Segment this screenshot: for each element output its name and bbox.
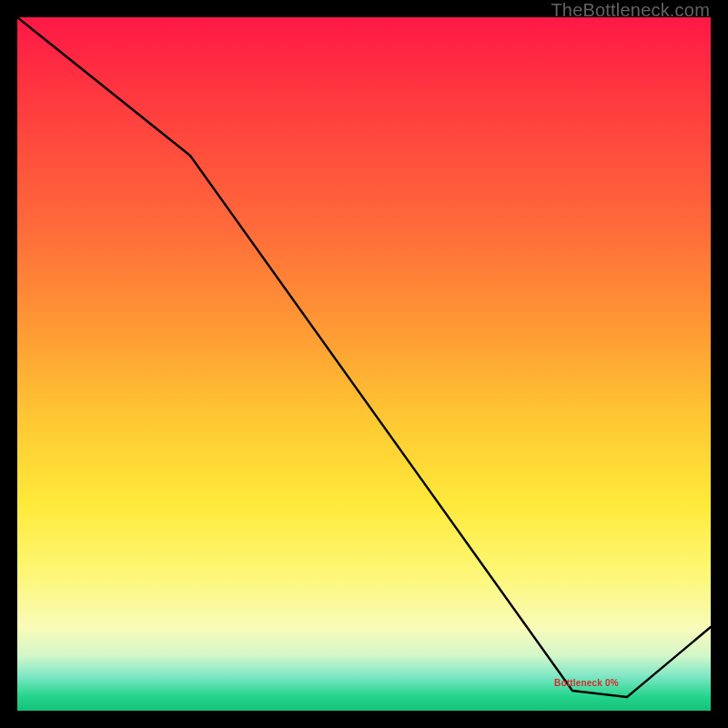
chart-frame: Bottleneck 0% <box>17 17 711 711</box>
chart-line-layer <box>17 17 711 711</box>
annotation-bottleneck-zero: Bottleneck 0% <box>554 678 619 688</box>
bottleneck-line <box>17 17 711 697</box>
